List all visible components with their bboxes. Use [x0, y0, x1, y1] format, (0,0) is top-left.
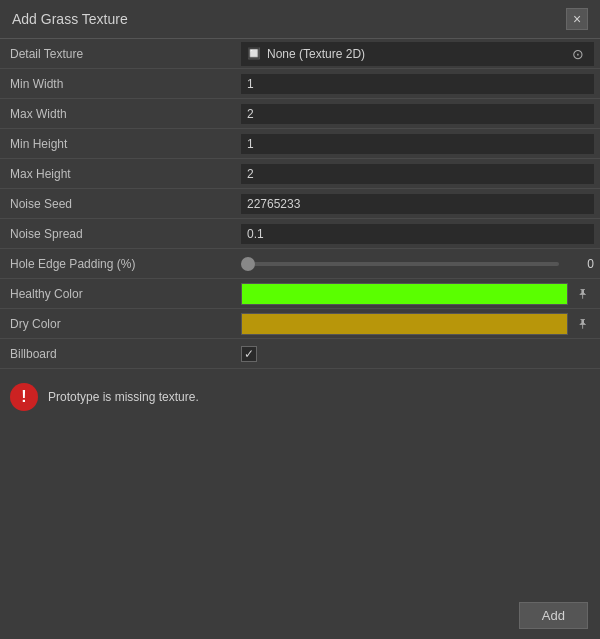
hole-edge-padding-value: 0 — [235, 255, 600, 273]
warning-icon: ! — [10, 383, 38, 411]
min-width-label: Min Width — [0, 73, 235, 95]
healthy-color-label: Healthy Color — [0, 283, 235, 305]
form-content: Detail Texture 🔲 None (Texture 2D) ⊙ Min… — [0, 39, 600, 369]
max-width-row: Max Width — [0, 99, 600, 129]
billboard-row: Billboard ✓ — [0, 339, 600, 369]
dialog-title: Add Grass Texture — [12, 11, 128, 27]
dry-color-swatch[interactable] — [241, 313, 568, 335]
billboard-checkbox[interactable]: ✓ — [241, 346, 257, 362]
warning-icon-label: ! — [21, 388, 26, 406]
max-height-row: Max Height — [0, 159, 600, 189]
hole-edge-padding-label: Hole Edge Padding (%) — [0, 253, 235, 275]
detail-texture-value: 🔲 None (Texture 2D) ⊙ — [235, 40, 600, 68]
healthy-color-swatch-row: 🖈 — [241, 283, 594, 305]
max-height-label: Max Height — [0, 163, 235, 185]
billboard-label: Billboard — [0, 343, 235, 365]
warning-row: ! Prototype is missing texture. — [0, 373, 600, 421]
texture-name: None (Texture 2D) — [267, 47, 568, 61]
healthy-color-swatch[interactable] — [241, 283, 568, 305]
texture-icon: 🔲 — [247, 47, 261, 60]
max-width-value — [235, 102, 600, 126]
noise-seed-label: Noise Seed — [0, 193, 235, 215]
close-button[interactable]: × — [566, 8, 588, 30]
hole-edge-padding-display: 0 — [559, 257, 594, 271]
billboard-value: ✓ — [235, 344, 600, 364]
hole-edge-padding-row: Hole Edge Padding (%) 0 — [0, 249, 600, 279]
min-width-value — [235, 72, 600, 96]
min-width-input[interactable] — [241, 74, 594, 94]
noise-spread-label: Noise Spread — [0, 223, 235, 245]
detail-texture-row: Detail Texture 🔲 None (Texture 2D) ⊙ — [0, 39, 600, 69]
billboard-checkmark: ✓ — [244, 347, 254, 361]
noise-seed-value — [235, 192, 600, 216]
noise-spread-value — [235, 222, 600, 246]
max-height-input[interactable] — [241, 164, 594, 184]
dry-color-value: 🖈 — [235, 311, 600, 337]
texture-selector[interactable]: 🔲 None (Texture 2D) ⊙ — [241, 42, 594, 66]
warning-message: Prototype is missing texture. — [48, 390, 199, 404]
max-width-input[interactable] — [241, 104, 594, 124]
dry-color-row: Dry Color 🖈 — [0, 309, 600, 339]
dry-color-eyedropper[interactable]: 🖈 — [572, 316, 594, 332]
detail-texture-label: Detail Texture — [0, 43, 235, 65]
dry-color-label: Dry Color — [0, 313, 235, 335]
min-height-value — [235, 132, 600, 156]
noise-seed-row: Noise Seed — [0, 189, 600, 219]
title-bar: Add Grass Texture × — [0, 0, 600, 39]
max-height-value — [235, 162, 600, 186]
hole-edge-padding-slider[interactable] — [241, 262, 559, 266]
bottom-bar: Add — [0, 592, 600, 639]
noise-spread-input[interactable] — [241, 224, 594, 244]
healthy-color-row: Healthy Color 🖈 — [0, 279, 600, 309]
dry-color-swatch-row: 🖈 — [241, 313, 594, 335]
noise-spread-row: Noise Spread — [0, 219, 600, 249]
texture-select-button[interactable]: ⊙ — [568, 46, 588, 62]
slider-container: 0 — [241, 257, 594, 271]
add-button[interactable]: Add — [519, 602, 588, 629]
min-height-label: Min Height — [0, 133, 235, 155]
noise-seed-input[interactable] — [241, 194, 594, 214]
min-height-input[interactable] — [241, 134, 594, 154]
min-height-row: Min Height — [0, 129, 600, 159]
max-width-label: Max Width — [0, 103, 235, 125]
healthy-color-eyedropper[interactable]: 🖈 — [572, 286, 594, 302]
min-width-row: Min Width — [0, 69, 600, 99]
healthy-color-value: 🖈 — [235, 281, 600, 307]
